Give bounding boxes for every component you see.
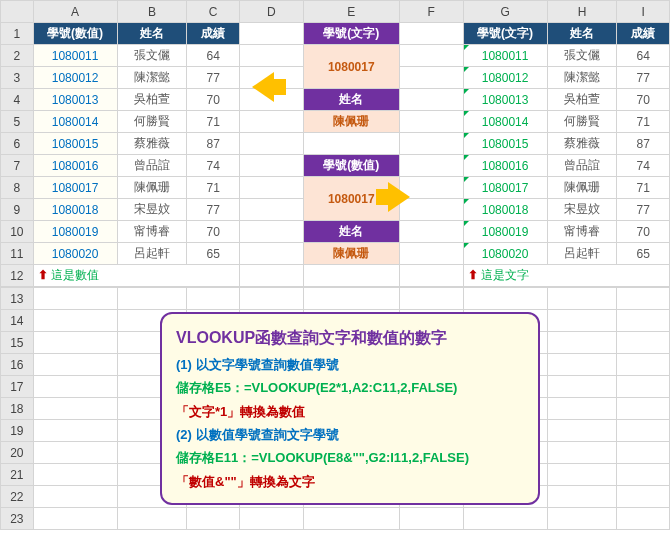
- cell-F7[interactable]: [399, 155, 463, 177]
- cell-G3[interactable]: 1080012: [463, 67, 547, 89]
- col-E[interactable]: E: [303, 1, 399, 23]
- row-14[interactable]: 14: [1, 310, 34, 332]
- cell-E5[interactable]: 陳佩珊: [303, 111, 399, 133]
- cell-A11[interactable]: 1080020: [33, 243, 117, 265]
- cell-F11[interactable]: [399, 243, 463, 265]
- cell-H9[interactable]: 宋昱妏: [547, 199, 617, 221]
- cell-C7[interactable]: 74: [187, 155, 239, 177]
- cell-H8[interactable]: 陳佩珊: [547, 177, 617, 199]
- cell-G4[interactable]: 1080013: [463, 89, 547, 111]
- cell-I5[interactable]: 71: [617, 111, 670, 133]
- cell-F6[interactable]: [399, 133, 463, 155]
- cell-A6[interactable]: 1080015: [33, 133, 117, 155]
- cell-E2[interactable]: 1080017: [303, 45, 399, 89]
- cell-B7[interactable]: 曾品誼: [117, 155, 187, 177]
- cell-F2[interactable]: [399, 45, 463, 67]
- cell-C2[interactable]: 64: [187, 45, 239, 67]
- cell-G5[interactable]: 1080014: [463, 111, 547, 133]
- row-17[interactable]: 17: [1, 376, 34, 398]
- cell-I4[interactable]: 70: [617, 89, 670, 111]
- cell-F5[interactable]: [399, 111, 463, 133]
- row-2[interactable]: 2: [1, 45, 34, 67]
- cell-I1[interactable]: 成績: [617, 23, 670, 45]
- cell-G8[interactable]: 1080017: [463, 177, 547, 199]
- row-21[interactable]: 21: [1, 464, 34, 486]
- cell-I7[interactable]: 74: [617, 155, 670, 177]
- col-H[interactable]: H: [547, 1, 617, 23]
- row-8[interactable]: 8: [1, 177, 34, 199]
- cell-H4[interactable]: 吳柏萱: [547, 89, 617, 111]
- cell-D1[interactable]: [239, 23, 303, 45]
- cell-C10[interactable]: 70: [187, 221, 239, 243]
- row-5[interactable]: 5: [1, 111, 34, 133]
- row-6[interactable]: 6: [1, 133, 34, 155]
- cell-I8[interactable]: 71: [617, 177, 670, 199]
- col-B[interactable]: B: [117, 1, 187, 23]
- col-G[interactable]: G: [463, 1, 547, 23]
- cell-I11[interactable]: 65: [617, 243, 670, 265]
- cell-D10[interactable]: [239, 221, 303, 243]
- cell-B3[interactable]: 陳潔懿: [117, 67, 187, 89]
- cell-A2[interactable]: 1080011: [33, 45, 117, 67]
- row-16[interactable]: 16: [1, 354, 34, 376]
- cell-E11[interactable]: 陳佩珊: [303, 243, 399, 265]
- cell-G1[interactable]: 學號(文字): [463, 23, 547, 45]
- cell-I10[interactable]: 70: [617, 221, 670, 243]
- cell-C11[interactable]: 65: [187, 243, 239, 265]
- cell-B6[interactable]: 蔡雅薇: [117, 133, 187, 155]
- row-19[interactable]: 19: [1, 420, 34, 442]
- cell-D5[interactable]: [239, 111, 303, 133]
- row-4[interactable]: 4: [1, 89, 34, 111]
- cell-G11[interactable]: 1080020: [463, 243, 547, 265]
- row-15[interactable]: 15: [1, 332, 34, 354]
- cell-D8[interactable]: [239, 177, 303, 199]
- cell-C3[interactable]: 77: [187, 67, 239, 89]
- cell-B8[interactable]: 陳佩珊: [117, 177, 187, 199]
- cell-E10[interactable]: 姓名: [303, 221, 399, 243]
- cell-H10[interactable]: 甯博睿: [547, 221, 617, 243]
- row-23[interactable]: 23: [1, 508, 34, 530]
- cell-B5[interactable]: 何勝賢: [117, 111, 187, 133]
- cell-A3[interactable]: 1080012: [33, 67, 117, 89]
- cell-C9[interactable]: 77: [187, 199, 239, 221]
- row-1[interactable]: 1: [1, 23, 34, 45]
- row-20[interactable]: 20: [1, 442, 34, 464]
- col-A[interactable]: A: [33, 1, 117, 23]
- cell-H6[interactable]: 蔡雅薇: [547, 133, 617, 155]
- cell-I3[interactable]: 77: [617, 67, 670, 89]
- cell-D9[interactable]: [239, 199, 303, 221]
- row-9[interactable]: 9: [1, 199, 34, 221]
- cell-H11[interactable]: 呂起軒: [547, 243, 617, 265]
- cell-note-right[interactable]: ⬆ 這是文字: [463, 265, 669, 287]
- cell-A5[interactable]: 1080014: [33, 111, 117, 133]
- cell-B1[interactable]: 姓名: [117, 23, 187, 45]
- grid[interactable]: A B C D E F G H I 1 學號(數值) 姓名 成績 學號(文字) …: [0, 0, 670, 287]
- cell-H3[interactable]: 陳潔懿: [547, 67, 617, 89]
- cell-D2[interactable]: [239, 45, 303, 67]
- cell-A7[interactable]: 1080016: [33, 155, 117, 177]
- cell-A10[interactable]: 1080019: [33, 221, 117, 243]
- cell-E6[interactable]: [303, 133, 399, 155]
- cell-B9[interactable]: 宋昱妏: [117, 199, 187, 221]
- cell-G2[interactable]: 1080011: [463, 45, 547, 67]
- cell-F1[interactable]: [399, 23, 463, 45]
- cell-E1[interactable]: 學號(文字): [303, 23, 399, 45]
- cell-A9[interactable]: 1080018: [33, 199, 117, 221]
- cell-G7[interactable]: 1080016: [463, 155, 547, 177]
- col-F[interactable]: F: [399, 1, 463, 23]
- col-C[interactable]: C: [187, 1, 239, 23]
- cell-D11[interactable]: [239, 243, 303, 265]
- cell-I6[interactable]: 87: [617, 133, 670, 155]
- row-12[interactable]: 12: [1, 265, 34, 287]
- cell-G10[interactable]: 1080019: [463, 221, 547, 243]
- row-10[interactable]: 10: [1, 221, 34, 243]
- cell-H2[interactable]: 張文儷: [547, 45, 617, 67]
- cell-B2[interactable]: 張文儷: [117, 45, 187, 67]
- cell-D6[interactable]: [239, 133, 303, 155]
- cell-F4[interactable]: [399, 89, 463, 111]
- row-22[interactable]: 22: [1, 486, 34, 508]
- row-7[interactable]: 7: [1, 155, 34, 177]
- cell-I9[interactable]: 77: [617, 199, 670, 221]
- cell-D7[interactable]: [239, 155, 303, 177]
- cell-E7[interactable]: 學號(數值): [303, 155, 399, 177]
